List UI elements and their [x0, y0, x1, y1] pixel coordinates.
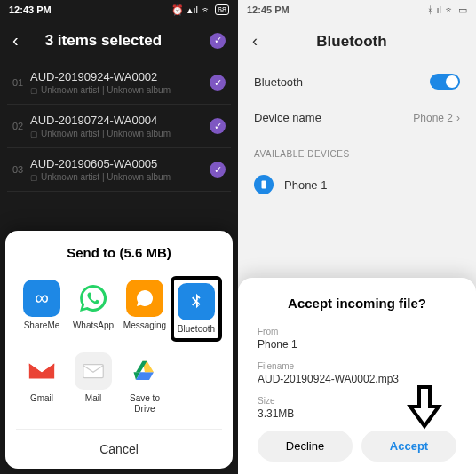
- incoming-file-sheet: Accept incoming file? From Phone 1 Filen…: [238, 278, 476, 474]
- status-icons: ᚼ ıl ᯤ ▭: [427, 4, 468, 16]
- track-row[interactable]: 03 AUD-20190605-WA0005 Unknown artist | …: [7, 148, 231, 192]
- share-label: WhatsApp: [73, 320, 114, 331]
- decline-button[interactable]: Decline: [258, 431, 353, 462]
- cancel-button[interactable]: Cancel: [16, 429, 222, 469]
- share-label: Gmail: [30, 393, 53, 404]
- device-row[interactable]: Phone 1: [238, 166, 476, 203]
- incoming-title: Accept incoming file?: [258, 296, 456, 311]
- share-sheet: Send to (5.6 MB) ∞ ShareMe WhatsApp Mess…: [5, 231, 233, 469]
- status-icons: ⏰ ▴ıl ᯤ 68: [171, 4, 229, 16]
- drive-icon: [126, 352, 163, 390]
- battery-icon: 68: [215, 4, 229, 15]
- wifi-icon: ᯤ: [445, 4, 455, 15]
- gmail-icon: [23, 352, 60, 390]
- share-item-bluetooth[interactable]: Bluetooth: [171, 276, 222, 342]
- share-grid: ∞ ShareMe WhatsApp Messaging Bluetooth: [16, 276, 222, 418]
- share-item-shareme[interactable]: ∞ ShareMe: [16, 276, 67, 342]
- device-name-value: Phone 2 ›: [413, 112, 460, 124]
- share-label: ShareMe: [24, 320, 60, 331]
- battery-icon: ▭: [458, 4, 467, 16]
- size-label: Size: [258, 396, 456, 406]
- accept-button[interactable]: Accept: [361, 431, 456, 462]
- share-label: Save to Drive: [121, 393, 169, 415]
- share-item-messaging[interactable]: Messaging: [119, 276, 171, 342]
- track-number: 02: [12, 121, 30, 131]
- device-name-row[interactable]: Device name Phone 2 ›: [238, 100, 476, 135]
- track-info: AUD-20190605-WA0005 Unknown artist | Unk…: [30, 157, 210, 182]
- signal-icon: ▴ıl: [187, 4, 198, 16]
- device-name: Phone 1: [284, 178, 327, 192]
- bluetooth-toggle[interactable]: [430, 74, 460, 90]
- status-time: 12:43 PM: [9, 4, 52, 15]
- track-title: AUD-20190605-WA0005: [30, 157, 210, 170]
- track-subtitle: Unknown artist | Unknown album: [30, 85, 210, 95]
- track-info: AUD-20190724-WA0004 Unknown artist | Unk…: [30, 114, 210, 138]
- shareme-icon: ∞: [23, 280, 60, 317]
- share-item-gmail[interactable]: Gmail: [16, 349, 67, 418]
- track-subtitle: Unknown artist | Unknown album: [30, 129, 210, 138]
- alarm-icon: ⏰: [171, 4, 184, 16]
- filename-value: AUD-20190924-WA0002.mp3: [258, 373, 456, 385]
- svg-rect-1: [262, 181, 266, 189]
- check-icon[interactable]: ✓: [210, 118, 226, 134]
- track-title: AUD-20190924-WA0002: [30, 70, 210, 83]
- filename-label: Filename: [258, 361, 456, 371]
- bluetooth-toggle-row[interactable]: Bluetooth: [238, 63, 476, 100]
- track-number: 01: [12, 77, 30, 88]
- track-row[interactable]: 01 AUD-20190924-WA0002 Unknown artist | …: [7, 61, 231, 105]
- from-label: From: [258, 327, 456, 336]
- bluetooth-status-icon: ᚼ: [427, 4, 433, 15]
- back-icon[interactable]: ‹: [12, 30, 19, 51]
- track-title: AUD-20190724-WA0004: [30, 114, 210, 127]
- size-value: 3.31MB: [258, 407, 456, 420]
- status-bar: 12:45 PM ᚼ ıl ᯤ ▭: [238, 0, 476, 20]
- from-value: Phone 1: [258, 338, 456, 351]
- messaging-icon: [126, 280, 163, 317]
- share-item-drive[interactable]: Save to Drive: [119, 349, 171, 418]
- track-number: 03: [12, 164, 30, 175]
- check-icon[interactable]: ✓: [210, 162, 226, 178]
- phone-left: 12:43 PM ⏰ ▴ıl ᯤ 68 ‹ 3 items selected ✓…: [0, 0, 238, 474]
- wifi-icon: ᯤ: [202, 4, 211, 15]
- device-name-label: Device name: [254, 111, 321, 124]
- svg-rect-0: [83, 365, 104, 378]
- status-time: 12:45 PM: [247, 4, 290, 15]
- header-title: 3 items selected: [45, 32, 210, 50]
- share-item-whatsapp[interactable]: WhatsApp: [67, 276, 119, 342]
- phone-right: 12:45 PM ᚼ ıl ᯤ ▭ ‹ Bluetooth Bluetooth …: [238, 0, 476, 474]
- chevron-right-icon: ›: [456, 112, 460, 124]
- track-info: AUD-20190924-WA0002 Unknown artist | Unk…: [30, 70, 210, 95]
- phone-device-icon: [254, 175, 274, 194]
- whatsapp-icon: [75, 280, 112, 317]
- available-devices-label: AVAILABLE DEVICES: [238, 135, 476, 166]
- check-icon[interactable]: ✓: [210, 75, 226, 91]
- share-label: Messaging: [123, 320, 166, 331]
- bluetooth-icon: [178, 283, 215, 320]
- device-name-text: Phone 2: [413, 112, 453, 124]
- selection-header: ‹ 3 items selected ✓: [0, 20, 238, 61]
- track-list: 01 AUD-20190924-WA0002 Unknown artist | …: [0, 61, 238, 192]
- mail-icon: [75, 352, 112, 390]
- share-title: Send to (5.6 MB): [16, 245, 222, 260]
- bluetooth-label: Bluetooth: [254, 75, 303, 89]
- bluetooth-header: ‹ Bluetooth: [238, 20, 476, 63]
- select-all-check-icon[interactable]: ✓: [210, 33, 226, 49]
- track-row[interactable]: 02 AUD-20190724-WA0004 Unknown artist | …: [7, 105, 231, 148]
- header-title: Bluetooth: [242, 33, 462, 51]
- action-row: Decline Accept: [258, 431, 456, 462]
- status-bar: 12:43 PM ⏰ ▴ıl ᯤ 68: [0, 0, 238, 20]
- track-subtitle: Unknown artist | Unknown album: [30, 172, 210, 182]
- share-label: Mail: [85, 393, 101, 404]
- share-label: Bluetooth: [178, 324, 215, 335]
- share-item-mail[interactable]: Mail: [67, 349, 119, 418]
- signal-icon: ıl: [437, 4, 442, 15]
